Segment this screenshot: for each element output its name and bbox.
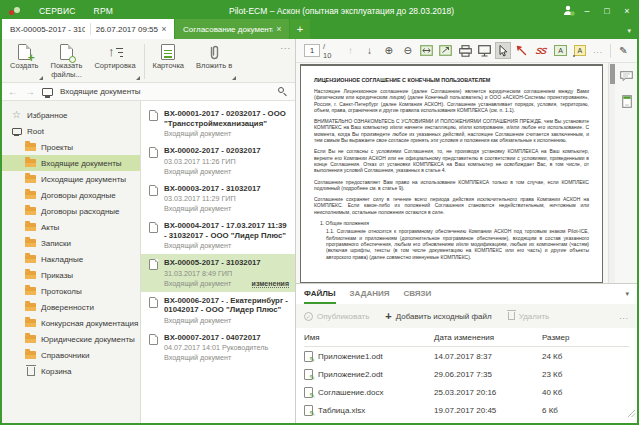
file-date: 19.07.2017 20:45 [434,406,542,415]
sidebar-item-label: Накладные [41,255,83,264]
sidebar-item-5[interactable]: Договоры доходные [2,187,140,203]
new-document-icon: + [18,43,31,61]
document-list-item-1[interactable]: BX-00002-2017 - 02032017 03.03.2017 11:2… [141,142,295,180]
tab-links[interactable]: СВЯЗИ [403,284,431,304]
file-row-2[interactable]: Соглашение.docx 25.03.2017 20:16 40 Кб [304,383,629,401]
add-source-file-button[interactable]: + Добавить исходный файл [385,311,491,321]
search-icon[interactable] [278,87,287,96]
document-page-icon [149,147,158,158]
file-row-3[interactable]: Таблица.xlsx 19.07.2017 20:45 6 Кб [304,401,629,419]
delete-file-button[interactable]: Удалить [508,312,550,321]
document-list-item-4[interactable]: BX-00005-2017 - 31032017 31.03.2017 8:49… [141,254,295,292]
red-pen-tool-button[interactable] [514,42,530,59]
file-type-icon [304,387,313,398]
viewer-overflow-icon[interactable]: ... [593,46,603,55]
tab-files[interactable]: ФАЙЛЫ [304,284,336,304]
document-type: Входящий документ [164,316,289,325]
sidebar-item-13[interactable]: Конкурсная документация [2,315,140,331]
create-button[interactable]: + Создать [4,41,45,82]
document-list-item-2[interactable]: BX-00003-2017 - 31032017 03.03.2017 11:2… [141,180,295,218]
previous-page-button[interactable]: ↑ [342,42,358,59]
tab-document[interactable]: BX-00005-2017 - 31032017 26.07.2017 09:5… [2,19,174,39]
show-files-button[interactable]: Показать файлы... [45,41,89,82]
files-overflow-icon[interactable]: ... [619,312,629,321]
user-account-icon[interactable] [561,2,577,19]
comment-note-icon[interactable] [620,67,633,85]
document-page-icon [149,222,158,233]
preview-scrollbar[interactable] [608,63,615,283]
menu-rpm[interactable]: RPM [85,2,123,19]
new-tab-button[interactable]: + [290,19,310,39]
preview-page[interactable]: ЛИЦЕНЗИОННОЕ СОГЛАШЕНИЕ С КОНЕЧНЫМ ПОЛЬЗ… [300,64,603,283]
text-annotation-tool-button[interactable]: A [553,42,569,59]
file-row-1[interactable]: Приложение2.odt 29.06.2017 7:35 23 Кб [304,365,629,383]
sort-button[interactable]: ↑ Сортировка [88,41,141,82]
sidebar-item-14[interactable]: Юридические документы [2,331,140,347]
maximize-button[interactable]: □ [597,2,617,19]
collapse-panel-chevron-icon[interactable]: ▾ [625,290,629,298]
sidebar-item-1[interactable]: Root [2,123,140,139]
note-annotation-tool-button[interactable]: A [572,42,588,59]
tab-close-icon[interactable]: × [273,24,285,34]
folder-icon [24,143,37,151]
zoom-in-button[interactable]: ⊕ [381,42,397,59]
files-table: Имя Дата изменения Размер Приложение1.od… [296,328,637,423]
sidebar-item-12[interactable]: Доверенности [2,299,140,315]
fit-page-button[interactable] [438,42,454,59]
files-table-header[interactable]: Имя Дата изменения Размер [304,328,629,347]
zoom-out-button[interactable]: ⊖ [400,42,416,59]
file-row-0[interactable]: Приложение1.odt 14.07.2017 8:37 24 Кб [304,347,629,365]
tab-close-icon[interactable]: × [158,24,170,34]
file-date: 29.06.2017 7:35 [434,370,542,379]
sidebar-item-3[interactable]: Входящие документы [2,155,140,171]
sidebar-item-9[interactable]: Накладные [2,251,140,267]
resize-grip[interactable] [627,404,636,422]
sidebar-item-7[interactable]: Акты [2,219,140,235]
attach-to-button[interactable]: Вложить в [190,41,238,82]
scrollbar-thumb[interactable] [610,64,615,84]
document-list-item-6[interactable]: BX-00007-2017 - 04072017 04.07.2017 14:0… [141,329,295,367]
document-type: Входящий документ [164,129,289,138]
folder-icon [24,287,37,295]
tab-tasks[interactable]: ЗАДАНИЯ [350,284,390,304]
document-list-item-3[interactable]: BX-00004-2017 - 17.03.2017 11:39 - 31032… [141,217,295,254]
nav-back-icon[interactable]: ← [8,86,18,97]
sidebar-item-4[interactable]: Исходящие документы [2,171,140,187]
tab-approval[interactable]: Согласование документа × [175,19,289,39]
publish-button[interactable]: ✓ Опубликовать [304,312,369,321]
minimize-button[interactable]: – [577,2,597,19]
next-page-button[interactable]: ↓ [361,42,377,59]
tab-document-label: BX-00005-2017 - 31032017 [10,25,85,34]
toolbar-overflow-icon[interactable]: ... [280,41,291,51]
sidebar-item-2[interactable]: Проекты [2,139,140,155]
document-list-item-5[interactable]: BX-00006-2017 - . Екатеринбург - 0104201… [141,292,295,329]
nav-forward-icon[interactable]: → [25,86,35,97]
left-region: + Создать Показать файлы... ↑ Сортировка… [2,39,296,423]
dropdown-arrow-icon [39,76,43,80]
select-tool-button[interactable] [495,42,511,59]
fit-width-button[interactable] [419,42,435,59]
signature-tool-button[interactable]: SS [532,42,552,59]
bookmark-page-icon[interactable] [622,94,632,112]
menu-service[interactable]: СЕРВИС [30,2,85,19]
sidebar-item-6[interactable]: Договоры расходные [2,203,140,219]
card-button[interactable]: Карточка [147,41,190,82]
sidebar-item-label: Исходящие документы [41,175,126,184]
folder-icon [24,239,37,247]
sidebar-item-11[interactable]: Протоколы [2,283,140,299]
sidebar-item-16[interactable]: Корзина [2,363,140,379]
pen-tool-button[interactable]: ✎ [615,42,631,59]
sidebar-item-10[interactable]: Приказы [2,267,140,283]
app-window: СЕРВИС RPM Pilot-ECM – Аскон (опытная эк… [0,0,639,425]
page-number-input[interactable]: 1 [304,44,320,57]
document-title: BX-00005-2017 - 31032017 [164,258,289,268]
sidebar-item-8[interactable]: Записки [2,235,140,251]
close-button[interactable]: × [617,2,637,19]
presentation-button[interactable] [476,42,492,59]
document-list-item-0[interactable]: BX-00001-2017 - 02032017 - ООО "Трансстр… [141,105,295,142]
tab-list-chevron-icon[interactable]: ▾ [627,27,637,39]
document-list: BX-00001-2017 - 02032017 - ООО "Трансстр… [141,101,295,423]
sidebar-item-15[interactable]: Справочники [2,347,140,363]
print-button[interactable] [457,42,473,59]
sidebar-item-0[interactable]: ☆ Избранное [2,107,140,123]
